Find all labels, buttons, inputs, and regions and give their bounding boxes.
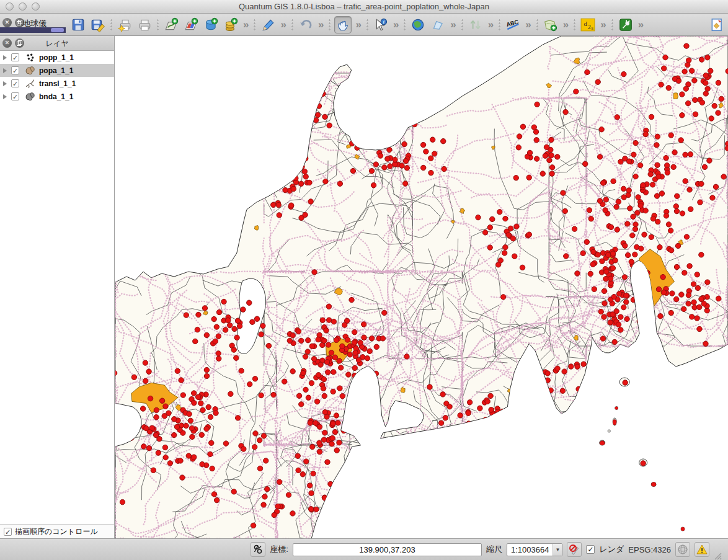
warning-icon	[696, 543, 708, 556]
statusbar: 座標: 縮尺 1:1003664 ▼ ✓ レンダ EPSG:4326	[0, 538, 728, 560]
layer-label: transl_1_1	[39, 79, 76, 88]
add-postgis-layer-button[interactable]	[202, 16, 220, 33]
composer-new-icon	[117, 17, 132, 32]
toolbar-overflow-chevron[interactable]: »	[242, 17, 250, 33]
lines-icon	[25, 78, 35, 89]
toolbar-separator	[499, 19, 500, 31]
stop-render-button[interactable]	[567, 542, 582, 557]
undo-button[interactable]	[297, 16, 314, 33]
print-composer-button[interactable]	[136, 16, 153, 33]
toolbar-overflow-chevron[interactable]: »	[562, 17, 570, 33]
toolbar-overflow-chevron[interactable]: »	[354, 17, 362, 33]
polygon-gray-icon	[25, 91, 35, 102]
toolbar-overflow-chevron[interactable]: »	[487, 17, 495, 33]
layer-row-popp_1_1[interactable]: ✓popp_1_1	[0, 51, 114, 64]
toolbar-overflow-chevron[interactable]: »	[637, 17, 645, 33]
new-bookmark-button[interactable]	[542, 16, 559, 33]
globe-toolbar-indicator	[0, 27, 66, 33]
zoom-full-extent-button[interactable]	[409, 16, 427, 33]
expand-triangle-icon[interactable]	[3, 55, 7, 60]
move-feature-button	[467, 16, 484, 33]
layer-visibility-checkbox[interactable]: ✓	[11, 92, 19, 100]
add-spatialite-layer-button[interactable]	[222, 16, 239, 33]
zoom-to-selection-button[interactable]	[429, 16, 446, 33]
layers-panel: ✕ レイヤ ✓popp_1_1✓popa_1_1✓transl_1_1✓bnda…	[0, 36, 115, 538]
add-postgis-icon	[203, 17, 218, 32]
composer-doc-button[interactable]	[708, 16, 726, 33]
toolbar-separator	[574, 19, 575, 31]
layer-row-popa_1_1[interactable]: ✓popa_1_1	[0, 64, 114, 77]
scale-label: 縮尺	[486, 544, 502, 555]
toolbar-separator	[110, 19, 112, 31]
plugin-plug-icon	[618, 17, 633, 32]
draw-order-checkbox[interactable]: ✓	[4, 528, 12, 536]
toolbar-close-icon[interactable]: ✕	[2, 18, 12, 27]
new-print-composer-button[interactable]	[116, 16, 133, 33]
stop-render-icon	[568, 543, 580, 556]
toolbar-separator	[254, 19, 255, 31]
add-raster-icon	[184, 17, 198, 32]
layers-panel-title: レイヤ	[0, 38, 114, 49]
toolbar-separator	[329, 19, 331, 31]
crs-status-text: EPSG:4326	[628, 545, 671, 554]
save-project-as-button[interactable]	[89, 16, 107, 33]
layer-label: popa_1_1	[39, 66, 73, 75]
dxf2shp-button[interactable]: d2s	[579, 16, 597, 33]
globe-icon	[411, 17, 425, 32]
scale-combo[interactable]: 1:1003664 ▼	[507, 543, 562, 556]
toolbar-overflow-chevron[interactable]: »	[449, 17, 457, 33]
identify-icon: i	[373, 17, 388, 32]
coordinate-input[interactable]	[293, 543, 482, 556]
expand-triangle-icon[interactable]	[3, 94, 7, 99]
add-raster-layer-button[interactable]	[182, 16, 200, 33]
labels-abc-icon: ABC	[505, 17, 520, 32]
edit-pencil-icon	[260, 17, 275, 32]
layer-visibility-checkbox[interactable]: ✓	[11, 79, 19, 87]
points-icon	[25, 52, 35, 63]
layer-visibility-checkbox[interactable]: ✓	[11, 53, 19, 61]
toolbar-overflow-chevron[interactable]: »	[392, 17, 400, 33]
save-as-icon	[91, 17, 105, 32]
message-log-button[interactable]	[695, 542, 709, 557]
toolbar-overflow-chevron[interactable]: »	[279, 17, 287, 33]
layer-visibility-checkbox[interactable]: ✓	[11, 66, 19, 74]
add-vector-layer-button[interactable]	[162, 16, 180, 33]
render-label: レンダ	[599, 544, 624, 555]
toolbar-separator	[461, 19, 463, 31]
draw-order-label: 描画順序のコントロール	[15, 527, 98, 537]
globe-grid-icon	[677, 543, 689, 556]
bookmark-icon	[543, 17, 558, 32]
toolbar-overflow-chevron[interactable]: »	[317, 17, 325, 33]
map-canvas[interactable]	[115, 36, 728, 538]
toggle-extents-button[interactable]	[251, 542, 265, 557]
layers-panel-header: ✕ レイヤ	[0, 36, 114, 51]
main-toolbar: ✕ 地球儀 »»»»i»»»ABC»»d2s»»	[0, 14, 728, 36]
toolbar-overflow-chevron[interactable]: »	[524, 17, 532, 33]
expand-triangle-icon[interactable]	[3, 81, 7, 86]
layer-row-transl_1_1[interactable]: ✓transl_1_1	[0, 77, 114, 90]
undo-icon	[298, 17, 313, 32]
island	[608, 430, 610, 432]
toolbar-separator	[366, 19, 368, 31]
toolbar-overflow-chevron[interactable]: »	[599, 17, 607, 33]
pan-map-button[interactable]	[334, 16, 352, 33]
identify-features-button[interactable]: i	[372, 16, 389, 33]
crs-status-button[interactable]	[675, 542, 690, 557]
render-checkbox[interactable]: ✓	[586, 545, 595, 554]
toggle-editing-button[interactable]	[259, 16, 277, 33]
labeling-button[interactable]: ABC	[504, 16, 522, 33]
zoom-poly-icon	[430, 17, 445, 32]
add-spatialite-icon	[223, 17, 238, 32]
layer-label: popp_1_1	[39, 53, 74, 62]
chevron-down-icon[interactable]: ▼	[553, 544, 562, 556]
save-project-button[interactable]	[69, 16, 87, 33]
toolbar-separator	[157, 19, 159, 31]
toolbar-separator	[404, 19, 406, 31]
save-icon	[71, 17, 86, 32]
resize-grip[interactable]	[714, 552, 722, 560]
layer-row-bnda_1_1[interactable]: ✓bnda_1_1	[0, 90, 114, 103]
svg-text:d: d	[584, 20, 588, 27]
expand-triangle-icon[interactable]	[3, 68, 7, 73]
plugin-button[interactable]	[617, 16, 634, 33]
window-title: Quantum GIS 1.8.0-Lisboa – trafic_area-p…	[0, 2, 728, 11]
